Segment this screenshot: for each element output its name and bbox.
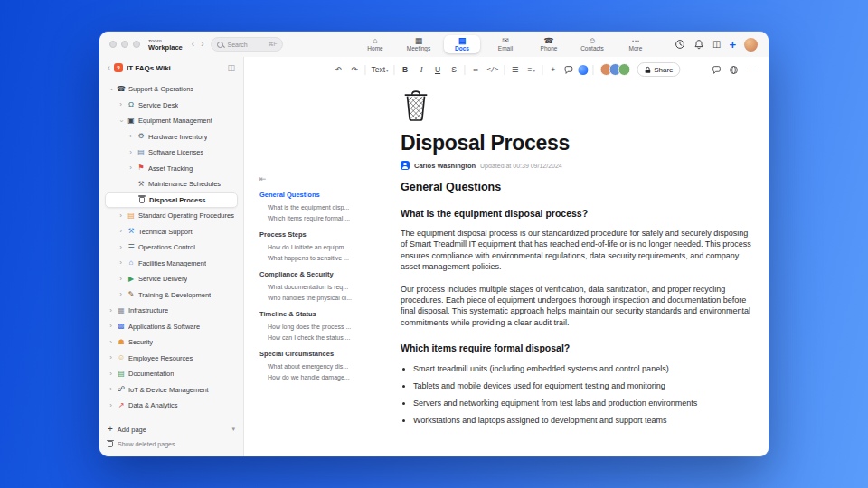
sidebar-item-maintenance-schedules[interactable]: ⚒Maintenance Schedules [105, 176, 238, 192]
tools-icon: ⚒ [137, 181, 146, 188]
sidebar-item-service-delivery[interactable]: ›▶Service Delivery [105, 271, 238, 287]
chevron-right-icon[interactable]: › [118, 212, 124, 220]
chevron-right-icon[interactable]: › [108, 339, 114, 346]
toc-item-what-about-emergency-dis[interactable]: What about emergency dis... [259, 361, 390, 371]
redo-button[interactable]: ↷ [348, 64, 360, 76]
toc-section-general-questions[interactable]: General Questions [259, 191, 390, 199]
chevron-right-icon[interactable]: › [108, 354, 114, 361]
tab-home[interactable]: ⌂Home [357, 35, 393, 54]
chevron-right-icon[interactable]: › [118, 101, 124, 108]
bell-icon[interactable] [693, 39, 704, 50]
italic-button[interactable]: I [416, 64, 428, 76]
toc-section-timeline-status[interactable]: Timeline & Status [259, 310, 390, 318]
forward-icon[interactable]: › [201, 40, 203, 49]
sidebar-item-standard-operating-procedures[interactable]: ›▤Standard Operating Procedures [105, 208, 238, 224]
share-button[interactable]: Share [637, 62, 680, 77]
sidebar-item-training-development[interactable]: ›✎Training & Development [105, 287, 238, 304]
sidebar-item-operations-control[interactable]: ›☰Operations Control [105, 239, 238, 256]
toc-item-who-handles-the-physical-di[interactable]: Who handles the physical di... [259, 292, 390, 303]
code-icon[interactable]: </> [486, 65, 500, 75]
tab-meetings[interactable]: ▦Meetings [401, 35, 437, 54]
comments-panel-icon[interactable] [712, 65, 722, 75]
search-input[interactable]: Search ⌘F [211, 37, 283, 52]
toc-item-how-do-i-initiate-an-equipm[interactable]: How do I initiate an equipm... [259, 241, 390, 252]
sidebar-item-documentation[interactable]: ›▤Documentation [105, 366, 238, 382]
sidebar-item-service-desk[interactable]: ›ΩService Desk [105, 98, 238, 114]
chevron-down-icon[interactable]: › [118, 117, 125, 124]
sidebar-item-iot-device-management[interactable]: ›☍IoT & Device Management [105, 382, 238, 399]
toc-section-process-steps[interactable]: Process Steps [259, 230, 390, 239]
clock-icon[interactable] [675, 39, 685, 50]
chevron-right-icon[interactable]: › [127, 149, 134, 156]
toc-section-special-circumstances[interactable]: Special Circumstances [259, 350, 390, 358]
more-options-icon[interactable]: ⋯ [746, 64, 758, 76]
comment-icon[interactable] [563, 65, 573, 75]
tab-contacts[interactable]: ☺Contacts [574, 35, 610, 54]
tab-phone[interactable]: ☎Phone [531, 35, 567, 54]
window-zoom-button[interactable] [133, 41, 140, 48]
sidebar-collapse-icon[interactable]: ◫ [227, 63, 235, 72]
outline-collapse-icon[interactable]: ⇤ [259, 174, 390, 183]
chevron-right-icon[interactable]: › [127, 133, 134, 140]
chevron-right-icon[interactable]: › [108, 402, 114, 409]
sidebar-item-disposal-process[interactable]: Disposal Process [105, 192, 238, 209]
underline-button[interactable]: U [432, 64, 444, 76]
window-close-button[interactable] [109, 41, 117, 48]
tab-more[interactable]: ⋯More [618, 35, 654, 54]
link-icon[interactable]: ∞ [470, 64, 482, 76]
collaborator-avatar[interactable] [618, 63, 630, 76]
sidebar-item-security[interactable]: ›☗Security [105, 334, 238, 351]
chevron-right-icon[interactable]: › [118, 244, 124, 251]
chevron-right-icon[interactable]: › [118, 276, 124, 283]
sidebar-item-employee-resources[interactable]: ›☺Employee Resources [105, 351, 238, 367]
chevron-right-icon[interactable]: › [118, 291, 124, 298]
toc-item-which-items-require-formal[interactable]: Which items require formal ... [259, 212, 390, 223]
chevron-right-icon[interactable]: › [127, 164, 134, 172]
add-page-button[interactable]: + Add page ▾ [108, 425, 235, 434]
tab-email[interactable]: ✉Email [487, 35, 524, 54]
text-style-dropdown[interactable]: Text▾ [370, 64, 389, 76]
ai-companion-icon[interactable] [578, 65, 588, 75]
align-dropdown[interactable]: ≡▾ [525, 64, 537, 76]
sidebar-item-data-analytics[interactable]: ›↗Data & Analytics [105, 398, 238, 414]
toc-item-how-long-does-the-process[interactable]: How long does the process ... [259, 321, 390, 332]
chevron-right-icon[interactable]: › [118, 259, 124, 267]
chevron-right-icon[interactable]: › [108, 323, 114, 330]
strikethrough-button[interactable]: S [448, 64, 460, 76]
window-minimize-button[interactable] [121, 41, 128, 48]
search-placeholder: Search [227, 42, 247, 48]
insert-plus-icon[interactable]: + [547, 64, 559, 76]
toc-item-what-documentation-is-req[interactable]: What documentation is req... [259, 281, 390, 292]
sidebar-item-facilities-management[interactable]: ›⌂Facilities Management [105, 256, 238, 272]
tab-docs[interactable]: ▤Docs [444, 35, 480, 54]
sidebar-item-software-licenses[interactable]: ›▤Software Licenses [105, 145, 238, 161]
chevron-right-icon[interactable]: › [118, 228, 124, 235]
panel-toggle-icon[interactable]: ◫ [712, 40, 721, 49]
back-icon[interactable]: ‹ [192, 40, 194, 49]
user-avatar[interactable] [744, 38, 758, 52]
show-deleted-pages-button[interactable]: Show deleted pages [108, 441, 235, 447]
sidebar-item-hardware-inventory[interactable]: ›⚙Hardware Inventory [105, 129, 238, 145]
chevron-right-icon[interactable]: › [108, 386, 114, 393]
bold-button[interactable]: B [400, 64, 411, 76]
add-new-icon[interactable]: + [729, 39, 736, 51]
toc-item-what-happens-to-sensitive[interactable]: What happens to sensitive ... [259, 252, 390, 263]
toc-item-what-is-the-equipment-disp[interactable]: What is the equipment disp... [259, 202, 390, 212]
chevron-right-icon[interactable]: › [108, 371, 114, 378]
chevron-down-icon[interactable]: › [108, 86, 115, 92]
globe-icon[interactable] [729, 65, 739, 75]
chevron-right-icon[interactable]: › [108, 307, 114, 314]
chevron-down-icon[interactable]: ▾ [231, 426, 235, 433]
sidebar-item-asset-tracking[interactable]: ›⚑Asset Tracking [105, 161, 238, 177]
sidebar-item-applications-software[interactable]: ›▩Applications & Software [105, 319, 238, 335]
undo-button[interactable]: ↶ [332, 64, 344, 76]
toc-item-how-can-i-check-the-status[interactable]: How can I check the status ... [259, 332, 390, 343]
sidebar-item-infrastructure[interactable]: ›▦Infrastructure [105, 303, 238, 319]
sidebar-item-support-operations[interactable]: ›☎Support & Operations [105, 81, 238, 98]
toc-item-how-do-we-handle-damage[interactable]: How do we handle damage... [259, 371, 390, 382]
toc-section-compliance-security[interactable]: Compliance & Security [259, 270, 390, 278]
sidebar-item-equipment-management[interactable]: ›▣Equipment Management [105, 113, 238, 129]
sidebar-item-technical-support[interactable]: ›⚒Technical Support [105, 224, 238, 240]
sidebar-back-icon[interactable]: ‹ [108, 63, 110, 72]
bulleted-list-icon[interactable]: ☰ [509, 64, 521, 76]
